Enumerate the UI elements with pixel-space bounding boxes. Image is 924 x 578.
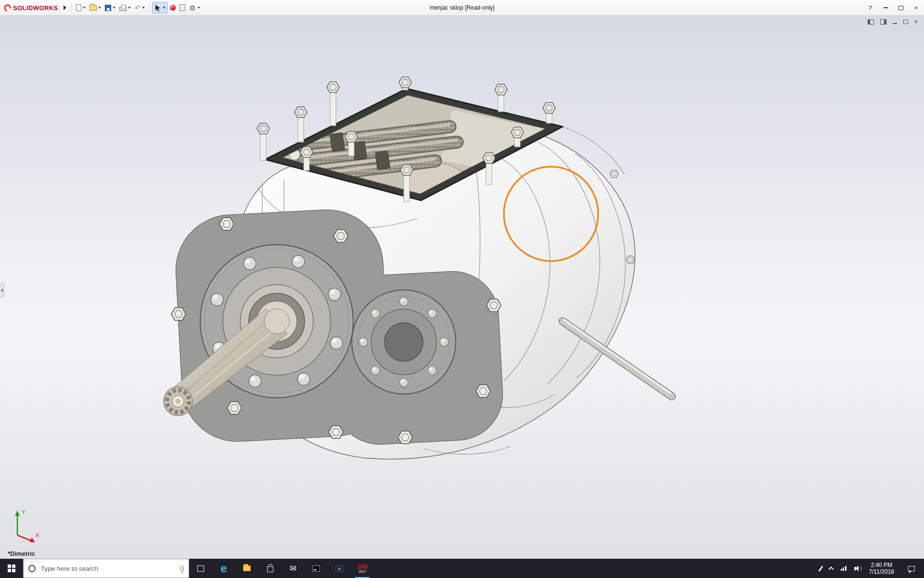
task-view-icon xyxy=(197,565,204,572)
menu-expand-button[interactable] xyxy=(61,3,69,13)
mail-icon: ✉ xyxy=(290,565,296,573)
speaker-icon[interactable] xyxy=(854,565,861,571)
print-icon xyxy=(119,7,127,11)
view-orientation-label: *Dimetric xyxy=(8,550,35,557)
cortana-icon xyxy=(28,565,36,572)
system-tray: 2:40 PM 7/11/2018 xyxy=(820,559,924,578)
red-sphere-icon xyxy=(170,5,176,11)
open-file-button[interactable] xyxy=(88,2,103,13)
side-cover-boss xyxy=(352,290,456,394)
select-cursor-icon xyxy=(154,4,161,12)
document-title: menjac sklop [Read-only] xyxy=(430,4,495,11)
edge-button[interactable]: e xyxy=(212,559,235,578)
graphics-area[interactable]: × Y X *Dimetric xyxy=(0,16,924,559)
windows-taskbar: e ✉ SW 2017 2:40 PM 7/11/2018 xyxy=(0,559,924,578)
solidworks-logo: SOLIDWORKS xyxy=(4,4,61,12)
print-button[interactable] xyxy=(117,2,133,13)
undo-button[interactable]: ↶ xyxy=(133,2,147,13)
microphone-icon[interactable] xyxy=(180,566,184,571)
pinned-apps: e ✉ SW 2017 xyxy=(189,559,374,578)
store-icon xyxy=(267,566,273,572)
close-button[interactable]: × xyxy=(909,0,924,15)
store-button[interactable] xyxy=(258,559,282,578)
dassault-logo-icon xyxy=(2,3,13,13)
start-button[interactable] xyxy=(0,559,23,578)
clock-time: 2:40 PM xyxy=(869,562,895,568)
solidworks-app-icon: SW 2017 xyxy=(358,564,368,573)
pane-left-icon[interactable] xyxy=(868,19,874,25)
minimize-icon xyxy=(884,7,888,8)
settings-button[interactable]: ⚙ xyxy=(187,2,202,13)
chevron-left-icon xyxy=(1,289,3,292)
network-icon[interactable] xyxy=(841,566,847,571)
document-window-controls: × xyxy=(868,18,918,25)
minimize-button[interactable] xyxy=(878,0,893,15)
app-icon xyxy=(335,565,343,572)
expand-arrow-icon xyxy=(64,5,66,10)
maximize-button[interactable] xyxy=(893,0,909,15)
panel-collapse-tab[interactable] xyxy=(0,283,4,298)
open-folder-icon xyxy=(90,5,97,11)
chevron-down-icon xyxy=(83,7,86,9)
pane-right-icon[interactable] xyxy=(880,19,886,25)
maximize-icon xyxy=(898,6,903,10)
notification-icon xyxy=(908,566,915,571)
file-explorer-button[interactable] xyxy=(235,559,258,578)
search-input[interactable] xyxy=(40,565,176,573)
task-view-button[interactable] xyxy=(189,559,212,578)
window-controls: ? × xyxy=(862,0,924,15)
chevron-down-icon xyxy=(128,7,131,9)
doc-minimize-icon[interactable] xyxy=(893,23,897,24)
app-titlebar: SOLIDWORKS ↶ ⚙ menjac sklop [Read-only] … xyxy=(0,0,924,16)
solidworks-app-button[interactable]: SW 2017 xyxy=(351,559,374,578)
action-center-button[interactable] xyxy=(902,566,921,571)
chevron-down-icon xyxy=(142,7,145,9)
edge-icon: e xyxy=(220,563,227,574)
brand-name: SOLIDWORKS xyxy=(13,4,58,12)
gearbox-3d-model[interactable] xyxy=(0,16,924,559)
command-prompt-icon xyxy=(312,565,320,572)
windows-logo-icon xyxy=(8,565,15,572)
sheet-icon xyxy=(180,4,185,11)
cmd-button[interactable] xyxy=(305,559,328,578)
chevron-up-icon[interactable] xyxy=(828,566,834,572)
gear-icon: ⚙ xyxy=(189,4,195,12)
mail-button[interactable]: ✉ xyxy=(282,559,305,578)
chevron-down-icon xyxy=(197,7,200,9)
taskbar-search[interactable] xyxy=(23,559,189,578)
save-icon xyxy=(105,5,111,11)
triad-y-label: Y xyxy=(22,509,26,515)
toolbar-separator xyxy=(149,3,150,13)
chevron-down-icon xyxy=(163,7,166,9)
new-file-button[interactable] xyxy=(74,2,88,13)
triad-x-label: X xyxy=(36,532,39,538)
pen-icon[interactable] xyxy=(818,565,823,571)
chevron-down-icon xyxy=(113,7,116,9)
orientation-triad: Y X xyxy=(6,506,44,547)
doc-restore-icon[interactable] xyxy=(903,20,908,24)
sheet-options-button[interactable] xyxy=(178,2,187,13)
chevron-down-icon xyxy=(98,7,101,9)
help-button[interactable]: ? xyxy=(862,0,878,15)
appearance-button[interactable] xyxy=(168,2,178,13)
new-file-icon xyxy=(76,4,81,11)
taskbar-clock[interactable]: 2:40 PM 7/11/2018 xyxy=(869,562,895,575)
undo-icon: ↶ xyxy=(135,4,141,12)
save-button[interactable] xyxy=(103,2,117,13)
select-tool-button[interactable] xyxy=(152,2,168,13)
toolbar-separator xyxy=(71,3,72,13)
app-button[interactable] xyxy=(328,559,351,578)
file-explorer-icon xyxy=(243,565,251,571)
clock-date: 7/11/2018 xyxy=(869,568,895,575)
doc-close-icon[interactable]: × xyxy=(914,18,918,25)
